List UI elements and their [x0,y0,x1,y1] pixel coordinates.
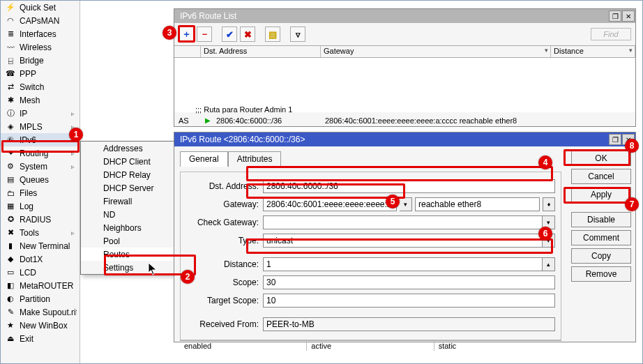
type-input[interactable]: unicast [263,234,543,248]
sidebar-item-routing[interactable]: ✦Routing▹ [1,146,80,160]
sidebar-item-metarouter[interactable]: ◧MetaROUTER [1,279,80,292]
sidebar-item-partition[interactable]: ◐Partition [1,292,80,305]
sidebar-icon: ⌸ [5,55,16,66]
col-dst[interactable]: Dst. Address [201,46,321,57]
close-icon[interactable]: ✕ [622,10,635,22]
annotation-badge-3: 3 [162,26,176,40]
copy-button[interactable]: Copy [571,248,631,264]
sidebar-item-queues[interactable]: ▤Queues [1,173,80,186]
window-title: IPv6 Route <2806:40c:6000::/36> [180,135,305,144]
sidebar-item-label: Dot1X [20,255,77,264]
sidebar-icon: ◠ [5,15,16,26]
window-restore-icon[interactable]: ❐ [609,10,621,22]
check-gateway-input[interactable] [263,215,543,229]
sidebar-item-label: RADIUS [20,215,77,225]
sidebar-item-label: System [20,162,68,172]
sidebar-item-system[interactable]: ⚙System▹ [1,160,80,173]
filter-button[interactable]: ▿ [290,26,305,42]
target-scope-input[interactable]: 10 [263,294,555,308]
editor-form: General Attributes Dst. Address: 2806:40… [174,146,567,342]
sidebar-item-interfaces[interactable]: ≣Interfaces [1,27,80,40]
route-gw: 2806:40c:6001:eeee:eeee:eeee:a:cccc reac… [325,116,631,125]
editor-buttons: OK Cancel Apply Disable Comment Copy Rem… [567,146,635,342]
sidebar-icon: ☎ [5,68,16,79]
col-gateway[interactable]: Gateway [321,46,551,57]
remove-button[interactable]: － [197,26,212,42]
sidebar-icon: 🗀 [5,188,16,199]
window-restore-icon[interactable]: ❐ [609,134,621,145]
sidebar-item-mesh[interactable]: ✱Mesh [1,93,80,107]
sidebar-item-ppp[interactable]: ☎PPP [1,67,80,80]
tab-general[interactable]: General [180,151,228,167]
sidebar-item-label: PPP [20,69,77,79]
cancel-button[interactable]: Cancel [571,169,631,184]
gateway-updown-icon[interactable]: ♦ [543,197,555,211]
col-distance[interactable]: Distance [551,46,635,57]
distance-input[interactable]: 1 [263,257,543,271]
apply-button[interactable]: Apply [571,187,631,202]
sidebar-item-label: MPLS [20,122,68,132]
sidebar-icon: ✎ [5,307,16,318]
sidebar-icon: ✪ [5,214,16,225]
annotation-badge-6: 6 [538,227,552,241]
sidebar-item-capsman[interactable]: ◠CAPsMAN [1,14,80,27]
scope-input[interactable]: 30 [263,275,555,289]
sidebar-item-new-terminal[interactable]: ▮New Terminal [1,239,80,252]
sidebar-icon: ✱ [5,95,16,106]
gateway-dropdown-icon[interactable]: ▾ [400,197,412,211]
enable-button[interactable]: ✔ [222,26,237,42]
sidebar-item-wireless[interactable]: 〰Wireless [1,40,80,54]
comment-button[interactable]: ▧ [265,26,280,42]
sidebar-item-tools[interactable]: ✖Tools▹ [1,226,80,239]
sidebar-icon: ◐ [5,294,16,305]
chevron-right-icon: ▹ [71,150,77,157]
remove-button[interactable]: Remove [571,266,631,282]
sidebar-item-new-winbox[interactable]: ★New WinBox [1,319,80,332]
dst-address-input[interactable]: 2806:40c:6000::/36 [263,179,555,193]
ok-button[interactable]: OK [571,151,631,166]
sidebar-item-exit[interactable]: ⏏Exit [1,332,80,345]
disable-button[interactable]: ✖ [240,26,255,42]
sidebar-item-label: IP [20,109,68,119]
route-flag: AS [179,116,205,125]
window-titlebar: IPv6 Route List ❐ ✕ [174,9,635,23]
sidebar-item-label: New Terminal [20,241,77,251]
sidebar-item-dot1x[interactable]: ◆Dot1X [1,252,80,266]
sidebar-item-ipv6[interactable]: ⑥IPv6▹ [1,133,80,146]
sidebar-item-lcd[interactable]: ▭LCD [1,266,80,279]
sidebar-item-make-supout-rif[interactable]: ✎Make Supout.rif [1,305,80,319]
route-table-body: ;;; Ruta para Router Admin 1 AS ▶ 2806:4… [174,58,635,112]
disable-button[interactable]: Disable [571,212,631,227]
sidebar-icon: ⓘ [5,108,16,119]
add-button[interactable]: ＋ [179,26,194,42]
tabs: General Attributes [180,151,561,166]
gateway-status: reachable ether8 [415,197,540,211]
comment-button[interactable]: Comment [571,230,631,245]
find-input[interactable]: Find [591,28,631,40]
status-static: static [434,341,561,351]
status-active: active [307,341,434,351]
route-row[interactable]: AS ▶ 2806:40c:6000::/36 2806:40c:6001:ee… [179,115,631,126]
sidebar-item-log[interactable]: ▦Log [1,199,80,213]
distance-up-icon[interactable]: ▴ [543,257,555,271]
route-list-toolbar: ＋ － ✔ ✖ ▧ ▿ Find [174,23,635,45]
sidebar-item-quick-set[interactable]: ⚡Quick Set [1,1,80,14]
sidebar-icon: ⑥ [5,135,16,146]
chevron-right-icon: ▹ [71,163,77,170]
sidebar-item-label: Switch [20,82,77,92]
sidebar-item-bridge[interactable]: ⌸Bridge [1,54,80,67]
sidebar-item-label: Quick Set [20,3,77,13]
sidebar-item-radius[interactable]: ✪RADIUS [1,213,80,226]
sidebar-item-label: Bridge [20,56,77,66]
sidebar-item-switch[interactable]: ⇄Switch [1,80,80,93]
col-flag[interactable] [174,46,201,57]
sidebar-item-files[interactable]: 🗀Files [1,186,80,199]
sidebar-item-mpls[interactable]: ◈MPLS▹ [1,120,80,133]
label-scope: Scope: [186,278,263,287]
annotation-badge-1: 1 [69,128,83,142]
sidebar-item-ip[interactable]: ⓘIP▹ [1,107,80,120]
sidebar-item-label: Partition [20,294,77,304]
window-title: IPv6 Route List [180,11,236,21]
tab-attributes[interactable]: Attributes [228,151,282,167]
gateway-input[interactable]: 2806:40c:6001:eeee:eeee:eeee:a:c [263,197,397,211]
